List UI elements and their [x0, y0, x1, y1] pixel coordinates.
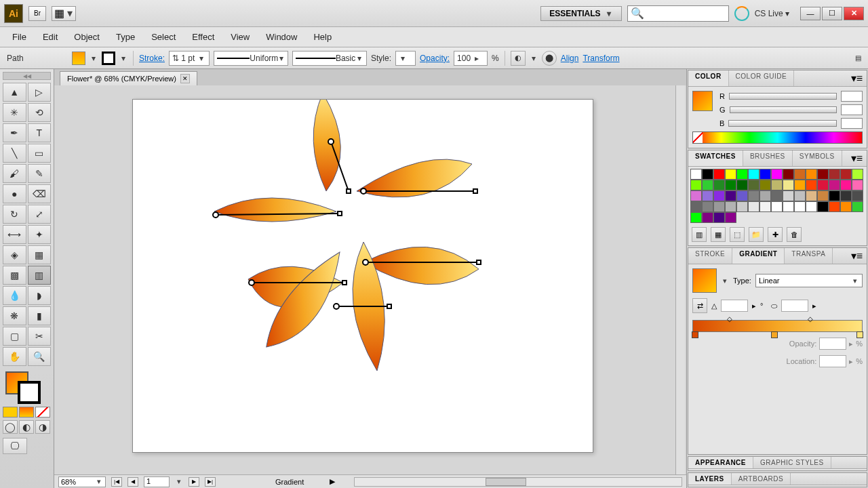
swatch[interactable] [806, 169, 817, 180]
swatch[interactable] [725, 169, 736, 180]
recolor-artwork-button[interactable]: ◐ [511, 51, 526, 66]
menu-view[interactable]: View [224, 29, 256, 45]
close-button[interactable]: ✕ [844, 7, 864, 20]
perspective-grid-tool[interactable]: ▦ [28, 245, 52, 264]
control-menu-button[interactable]: ▤ [855, 54, 861, 62]
swatch[interactable] [852, 190, 863, 201]
swatch[interactable] [817, 201, 829, 212]
menu-select[interactable]: Select [144, 29, 182, 45]
stroke-indicator[interactable] [18, 381, 41, 404]
swatch[interactable] [713, 180, 725, 190]
stop-opacity-input[interactable] [819, 338, 846, 350]
swatch[interactable] [713, 169, 725, 180]
g-slider[interactable] [730, 106, 837, 113]
document-tab[interactable]: Flower* @ 68% (CMYK/Preview) ✕ [60, 71, 197, 85]
gradient-origin-handle[interactable] [362, 259, 369, 266]
swatch[interactable] [748, 190, 760, 201]
gradient-end-handle[interactable] [346, 188, 351, 194]
swatch[interactable] [806, 180, 817, 190]
rectangle-tool[interactable]: ▭ [28, 144, 52, 163]
b-value[interactable] [841, 118, 863, 129]
swatch[interactable] [817, 180, 829, 190]
stop-location-input[interactable] [819, 355, 846, 367]
swatch[interactable] [736, 190, 748, 201]
swatch[interactable] [690, 201, 702, 212]
swatch[interactable] [760, 180, 771, 190]
swatch[interactable] [829, 201, 840, 212]
artboard-tool[interactable]: ▢ [3, 327, 26, 346]
pencil-tool[interactable]: ✎ [28, 164, 52, 183]
swatch[interactable] [806, 190, 817, 201]
search-input[interactable]: 🔍 [627, 5, 729, 22]
draw-behind-button[interactable]: ◐ [19, 420, 34, 434]
gradient-origin-handle[interactable] [212, 211, 219, 218]
tab-color[interactable]: COLOR [688, 70, 729, 86]
mesh-tool[interactable]: ▩ [3, 266, 26, 285]
zoom-tool[interactable]: 🔍 [28, 347, 52, 366]
stroke-weight-input[interactable]: ⇅ 1 pt ▾ [169, 51, 210, 66]
swatch[interactable] [713, 212, 725, 223]
swatch[interactable] [690, 180, 702, 190]
swatch[interactable] [794, 190, 806, 201]
toolbox-handle[interactable]: ◀◀ [3, 72, 51, 80]
screen-mode-button[interactable]: 🖵 [3, 438, 27, 454]
tab-stroke[interactable]: STROKE [688, 248, 732, 264]
panel-menu-button[interactable]: ▾≡ [847, 150, 867, 166]
swatch[interactable] [829, 190, 840, 201]
gradient-end-handle[interactable] [387, 304, 392, 309]
blob-brush-tool[interactable]: ● [3, 184, 26, 203]
b-slider[interactable] [728, 120, 837, 127]
swatch[interactable] [783, 190, 794, 201]
swatch[interactable] [771, 190, 783, 201]
stroke-dd[interactable]: ▾ [119, 54, 127, 63]
opacity-input[interactable]: 100 ▸ [454, 51, 488, 66]
draw-inside-button[interactable]: ◑ [35, 420, 50, 434]
color-spectrum[interactable] [692, 131, 863, 144]
swatch[interactable] [702, 201, 713, 212]
swatch[interactable] [852, 169, 863, 180]
draw-normal-button[interactable]: ◯ [3, 420, 18, 434]
swatch[interactable] [702, 180, 713, 190]
transform-panel-link[interactable]: Transform [583, 54, 619, 63]
fill-color-chip[interactable] [72, 52, 85, 65]
horizontal-scrollbar[interactable] [354, 477, 682, 487]
swatch-kinds-button[interactable]: ▦ [711, 227, 726, 242]
swatch[interactable] [702, 212, 713, 223]
gradient-end-handle[interactable] [476, 260, 481, 265]
gradient-mode-chip[interactable] [19, 407, 34, 418]
tab-color-guide[interactable]: COLOR GUIDE [729, 70, 795, 86]
swatch[interactable] [736, 201, 748, 212]
swatch-libraries-button[interactable]: ▥ [692, 227, 707, 242]
tab-swatches[interactable]: SWATCHES [688, 150, 743, 166]
minimize-button[interactable]: — [800, 7, 821, 20]
reverse-gradient-button[interactable]: ⇄ [692, 298, 707, 313]
swatch-options-button[interactable]: ⬚ [730, 227, 745, 242]
type-tool[interactable]: T [28, 123, 52, 142]
recolor-dd[interactable]: ▾ [530, 54, 538, 63]
vertical-scrollbar[interactable] [675, 85, 685, 474]
select-similar-button[interactable]: ⬤ [542, 51, 557, 66]
swatch[interactable] [806, 201, 817, 212]
gradient-origin-handle[interactable] [328, 138, 334, 145]
gradient-origin-handle[interactable] [333, 303, 340, 310]
swatch[interactable] [725, 190, 736, 201]
swatch[interactable] [852, 201, 863, 212]
sync-icon[interactable] [734, 6, 749, 21]
gradient-angle-input[interactable] [721, 300, 748, 312]
menu-edit[interactable]: Edit [36, 29, 64, 45]
workspace-switcher[interactable]: ESSENTIALS▾ [540, 6, 621, 21]
gradient-origin-handle[interactable] [360, 188, 367, 195]
menu-type[interactable]: Type [109, 29, 142, 45]
tab-artboards[interactable]: ARTBOARDS [732, 473, 791, 485]
gradient-tool[interactable]: ▥ [28, 266, 52, 285]
menu-window[interactable]: Window [259, 29, 304, 45]
swatch[interactable] [783, 201, 794, 212]
eyedropper-tool[interactable]: 💧 [3, 286, 26, 305]
gradient-type-select[interactable]: Linear▾ [755, 274, 863, 287]
slice-tool[interactable]: ✂ [28, 327, 52, 346]
swatch[interactable] [829, 180, 840, 190]
lasso-tool[interactable]: ⟲ [28, 103, 52, 122]
graphic-style-dd[interactable]: ▾ [395, 51, 416, 66]
swatch[interactable] [794, 201, 806, 212]
free-transform-tool[interactable]: ✦ [28, 225, 52, 244]
